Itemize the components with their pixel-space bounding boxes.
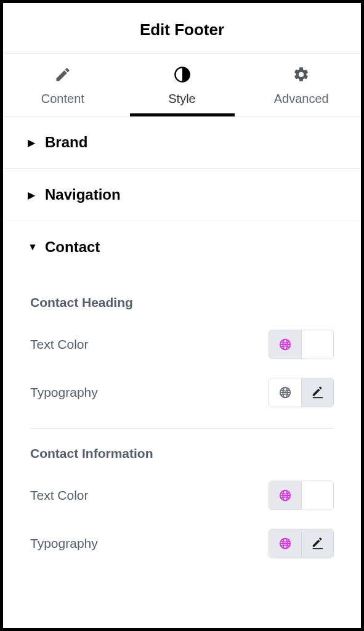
section-contact-body: Contact Heading Text Color Typography	[3, 273, 361, 587]
contact-heading-typography-row: Typography	[30, 363, 334, 411]
global-typography-button[interactable]	[269, 529, 301, 558]
contact-info-typography-label: Typography	[30, 536, 98, 551]
globe-icon	[278, 537, 292, 550]
chevron-down-icon: ▼	[28, 242, 38, 253]
contact-heading-typography-control	[269, 378, 334, 407]
tab-advanced-label: Advanced	[274, 92, 329, 106]
section-brand[interactable]: ▶ Brand	[3, 116, 361, 169]
tab-style[interactable]: Style	[123, 54, 242, 116]
contact-info-text-color-label: Text Color	[30, 488, 89, 503]
color-picker-button[interactable]	[301, 330, 333, 359]
contact-info-text-color-control	[269, 481, 334, 510]
pencil-underline-icon	[311, 537, 325, 550]
contact-info-title: Contact Information	[30, 446, 334, 461]
color-picker-button[interactable]	[301, 481, 333, 510]
color-swatch-icon	[311, 338, 325, 351]
global-color-button[interactable]	[269, 481, 301, 510]
contact-heading-text-color-label: Text Color	[30, 337, 89, 352]
tab-content-label: Content	[41, 92, 84, 106]
chevron-right-icon: ▶	[28, 189, 38, 201]
globe-icon	[278, 338, 292, 351]
tab-style-label: Style	[168, 92, 195, 106]
globe-icon	[278, 489, 292, 502]
panel-header: Edit Footer	[3, 3, 361, 54]
chevron-right-icon: ▶	[28, 137, 38, 149]
edit-typography-button[interactable]	[301, 378, 333, 407]
contact-heading-text-color-control	[269, 330, 334, 359]
section-contact-title: Contact	[45, 238, 100, 256]
panel-title: Edit Footer	[3, 20, 361, 39]
pencil-icon	[54, 66, 71, 83]
global-typography-button[interactable]	[269, 378, 301, 407]
contact-info-text-color-row: Text Color	[30, 466, 334, 514]
tabs: Content Style Advanced	[3, 54, 361, 116]
section-contact[interactable]: ▼ Contact	[3, 221, 361, 273]
section-brand-title: Brand	[45, 134, 87, 151]
edit-typography-button[interactable]	[301, 529, 333, 558]
contact-heading-title: Contact Heading	[30, 295, 334, 310]
global-color-button[interactable]	[269, 330, 301, 359]
gear-icon	[293, 66, 310, 83]
contact-heading-text-color-row: Text Color	[30, 315, 334, 363]
pencil-underline-icon	[311, 386, 325, 399]
tab-content[interactable]: Content	[3, 54, 123, 116]
tab-advanced[interactable]: Advanced	[241, 54, 361, 116]
contact-info-typography-control	[269, 529, 334, 558]
divider	[30, 428, 334, 429]
globe-icon	[278, 386, 292, 399]
color-swatch-icon	[311, 489, 325, 502]
section-navigation-title: Navigation	[45, 186, 121, 203]
contrast-icon	[174, 66, 191, 83]
contact-info-typography-row: Typography	[30, 514, 334, 562]
section-navigation[interactable]: ▶ Navigation	[3, 169, 361, 221]
contact-heading-typography-label: Typography	[30, 385, 98, 400]
